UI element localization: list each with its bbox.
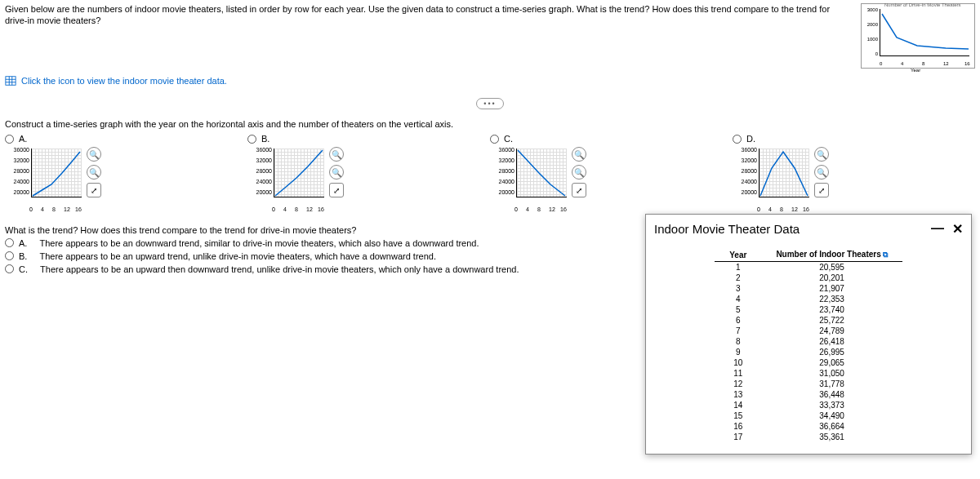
graph-option-d-radio[interactable] [733, 135, 742, 144]
graph-option-c-radio[interactable] [490, 135, 499, 144]
graph-option-c-chart: 36000 32000 28000 24000 20000 0 4 8 12 1… [490, 147, 580, 212]
answer-c-radio[interactable] [5, 264, 14, 273]
ellipsis-button[interactable]: ••• [476, 98, 503, 109]
answer-a-text: There appears to be an downward trend, s… [39, 238, 479, 248]
table-icon [5, 75, 16, 86]
answer-a-radio[interactable] [5, 238, 14, 247]
view-data-label: Click the icon to view the indoor movie … [21, 76, 227, 86]
data-popup: Indoor Movie Theater Data ― ✕ Year Numbe… [645, 214, 972, 276]
graph-option-d-chart: 36000 32000 28000 24000 20000 0 4 8 12 1… [733, 147, 822, 212]
expand-icon[interactable]: ⤢ [329, 183, 344, 197]
graph-option-b-label: B. [261, 134, 270, 144]
col-theaters: Number of Indoor Theaters [776, 250, 880, 259]
svg-rect-0 [6, 77, 16, 86]
answer-b-prefix: B. [19, 251, 27, 261]
graph-option-d-label: D. [746, 134, 755, 144]
answer-a-prefix: A. [19, 238, 27, 248]
data-table: Year Number of Indoor Theaters⧉ 120,5952… [715, 248, 902, 276]
answer-c-text: There appears to be an upward then downw… [40, 264, 519, 274]
table-row: 120,595 [715, 262, 902, 273]
graph-option-a-radio[interactable] [5, 135, 14, 144]
col-year: Year [715, 248, 761, 262]
view-data-link[interactable]: Click the icon to view the indoor movie … [0, 72, 980, 95]
graph-option-a-chart: 36000 32000 28000 24000 20000 0 4 8 12 1… [5, 147, 95, 212]
minimize-icon[interactable]: ― [931, 221, 944, 237]
drive-in-mini-chart: Number of Drive-In Movie Theaters 3000 2… [861, 3, 975, 69]
construct-instruction: Construct a time-series graph with the y… [0, 113, 980, 134]
answer-b-radio[interactable] [5, 251, 14, 260]
graph-option-a-label: A. [19, 134, 27, 144]
graph-option-c-label: C. [504, 134, 513, 144]
table-row: 220,201 [715, 273, 902, 276]
popup-title: Indoor Movie Theater Data [654, 222, 800, 236]
graph-option-b-chart: 36000 32000 28000 24000 20000 0 4 8 12 1… [247, 147, 337, 212]
expand-icon[interactable]: ⤢ [572, 183, 586, 197]
zoom-out-icon[interactable]: 🔍 [572, 165, 586, 180]
answer-c-prefix: C. [19, 264, 28, 274]
zoom-in-icon[interactable]: 🔍 [329, 147, 344, 162]
zoom-in-icon[interactable]: 🔍 [572, 147, 586, 162]
zoom-out-icon[interactable]: 🔍 [329, 165, 344, 180]
expand-icon[interactable]: ⤢ [87, 183, 101, 197]
graph-option-b-radio[interactable] [247, 135, 256, 144]
zoom-out-icon[interactable]: 🔍 [814, 165, 829, 180]
close-icon[interactable]: ✕ [952, 221, 963, 237]
copy-icon[interactable]: ⧉ [883, 251, 888, 259]
zoom-out-icon[interactable]: 🔍 [87, 165, 101, 180]
expand-icon[interactable]: ⤢ [814, 183, 829, 197]
zoom-in-icon[interactable]: 🔍 [814, 147, 829, 162]
question-intro: Given below are the numbers of indoor mo… [5, 3, 844, 69]
answer-b-text: There appears to be an upward trend, unl… [39, 251, 436, 261]
zoom-in-icon[interactable]: 🔍 [87, 147, 101, 162]
